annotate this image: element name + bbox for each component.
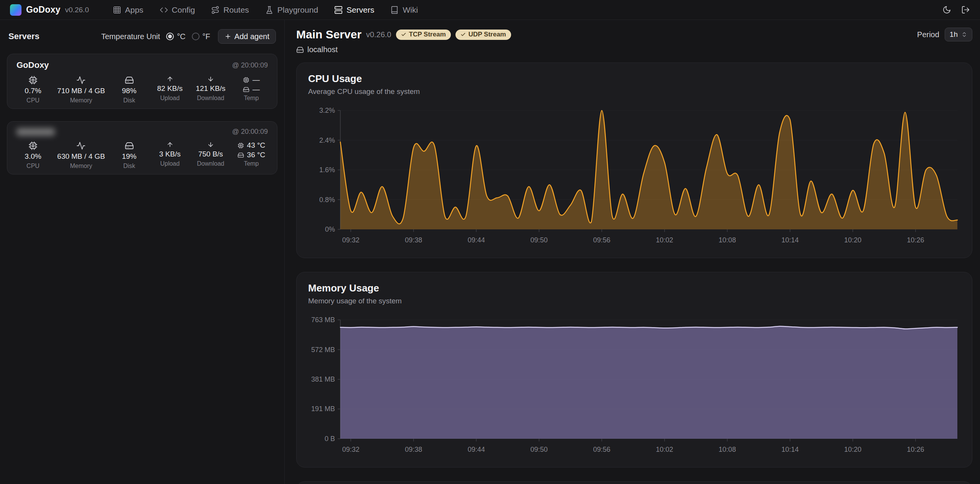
route-icon — [211, 6, 219, 14]
hard-drive-icon — [296, 46, 304, 54]
stat-value: 19% — [122, 152, 137, 161]
brand-link[interactable]: GoDoxy v0.26.0 — [10, 4, 89, 16]
add-agent-button[interactable]: Add agent — [218, 29, 276, 44]
flask-icon — [265, 6, 274, 14]
server-version: v0.26.0 — [366, 30, 391, 39]
server-stats: 0.7% CPU 710 MB / 4 GB Memory 98% Disk — [16, 76, 268, 104]
stat-value: 98% — [122, 87, 137, 95]
server-name: GoDoxy — [16, 60, 49, 70]
nav-item-wiki[interactable]: Wiki — [390, 5, 418, 15]
server-card-blurred[interactable]: @ 20:00:09 3.0% CPU 630 MB / 4 GB Memory — [7, 121, 277, 175]
logout-button[interactable] — [961, 5, 970, 14]
activity-icon — [76, 141, 86, 150]
radio-celsius[interactable]: °C — [166, 32, 185, 41]
svg-text:09:56: 09:56 — [593, 446, 610, 453]
theme-toggle-button[interactable] — [942, 5, 951, 14]
stat-value: 710 MB / 4 GB — [57, 87, 105, 95]
stat-label: Disk — [123, 163, 135, 170]
stat-value: 3.0% — [25, 152, 41, 161]
svg-text:3.2%: 3.2% — [319, 107, 335, 114]
radio-celsius-label: °C — [177, 32, 185, 41]
stat-temp: 43 °C 36 °C Temp — [235, 141, 268, 170]
sidebar-header: Servers Temperature Unit °C °F Add agent — [8, 29, 276, 44]
server-timestamp: @ 20:00:09 — [232, 61, 268, 69]
nav-item-playground[interactable]: Playground — [265, 5, 318, 15]
svg-text:09:44: 09:44 — [468, 446, 485, 453]
stat-label: Upload — [160, 95, 180, 102]
period-select[interactable]: 1h — [945, 28, 972, 41]
memory-usage-chart: 0 B191 MB381 MB572 MB763 MB09:3209:3809:… — [308, 314, 960, 457]
sidebar-title: Servers — [8, 31, 40, 41]
stat-value: 750 B/s — [198, 150, 223, 158]
partial-card — [296, 481, 972, 484]
svg-text:191 MB: 191 MB — [311, 405, 335, 413]
svg-text:10:02: 10:02 — [656, 236, 673, 244]
stat-upload: 3 KB/s Upload — [153, 141, 186, 170]
stat-disk: 19% Disk — [113, 141, 146, 170]
hard-drive-icon — [125, 141, 134, 150]
stat-label: Download — [197, 160, 224, 167]
moon-icon — [942, 5, 951, 14]
stat-cpu: 0.7% CPU — [16, 76, 49, 104]
check-icon — [401, 32, 406, 37]
chevrons-up-down-icon — [961, 31, 967, 38]
stat-upload: 82 KB/s Upload — [153, 76, 186, 104]
nav-item-apps[interactable]: Apps — [113, 5, 144, 15]
temp-cpu-value: — — [252, 76, 260, 84]
nav-item-label: Wiki — [403, 5, 418, 15]
stat-label: Memory — [70, 163, 92, 170]
svg-text:0%: 0% — [325, 226, 335, 233]
svg-text:10:14: 10:14 — [781, 446, 799, 453]
logout-icon — [961, 5, 970, 14]
stat-temp: — — Temp — [235, 76, 268, 104]
radio-fahrenheit[interactable]: °F — [192, 32, 210, 41]
temperature-unit-group: Temperature Unit °C °F — [101, 32, 210, 41]
svg-text:381 MB: 381 MB — [311, 375, 335, 383]
brand-name: GoDoxy — [26, 5, 60, 15]
stat-label: Upload — [160, 160, 180, 167]
nav-item-label: Apps — [125, 5, 144, 15]
arrow-down-icon — [207, 76, 214, 82]
stat-label: CPU — [26, 97, 40, 104]
hard-drive-icon — [238, 152, 244, 158]
radio-fahrenheit-label: °F — [203, 32, 210, 41]
stat-value: 121 KB/s — [196, 84, 225, 93]
nav-item-config[interactable]: Config — [160, 5, 195, 15]
nav-item-servers[interactable]: Servers — [334, 5, 374, 15]
cpu-usage-chart: 0%0.8%1.6%2.4%3.2%09:3209:3809:4409:5009… — [308, 105, 960, 248]
svg-text:2.4%: 2.4% — [319, 137, 335, 144]
main-nav: Apps Config Routes Playground Servers Wi… — [113, 5, 418, 15]
svg-text:10:08: 10:08 — [719, 446, 736, 453]
nav-item-routes[interactable]: Routes — [211, 5, 249, 15]
stat-value: 3 KB/s — [159, 150, 181, 158]
nav-item-label: Servers — [346, 5, 374, 15]
svg-text:10:08: 10:08 — [719, 236, 736, 244]
cpu-usage-card: CPU Usage Average CPU usage of the syste… — [296, 63, 972, 258]
stat-download: 750 B/s Download — [194, 141, 227, 170]
stat-value: 82 KB/s — [157, 84, 183, 93]
temp-disk-value: — — [252, 85, 260, 94]
stat-memory: 630 MB / 4 GB Memory — [57, 141, 105, 170]
nav-item-label: Config — [172, 5, 195, 15]
svg-text:10:14: 10:14 — [781, 236, 799, 244]
svg-text:10:26: 10:26 — [907, 236, 924, 244]
chart-subtitle: Memory usage of the system — [308, 297, 960, 305]
svg-text:09:38: 09:38 — [405, 446, 422, 453]
page-title: Main Server — [296, 28, 361, 41]
brand-version: v0.26.0 — [65, 6, 89, 14]
memory-usage-card: Memory Usage Memory usage of the system … — [296, 272, 972, 468]
plus-icon — [224, 33, 231, 40]
nav-item-label: Playground — [277, 5, 318, 15]
arrow-up-icon — [167, 141, 173, 148]
hard-drive-icon — [243, 86, 249, 93]
grid-icon — [113, 6, 121, 14]
tcp-stream-badge: TCP Stream — [396, 30, 451, 40]
navbar-actions — [942, 5, 970, 14]
stat-label: Memory — [70, 97, 92, 104]
badge-label: UDP Stream — [469, 31, 506, 38]
host-name: localhost — [307, 45, 338, 54]
svg-text:572 MB: 572 MB — [311, 346, 335, 354]
servers-sidebar: Servers Temperature Unit °C °F Add agent — [0, 20, 285, 484]
server-card-godoxy[interactable]: GoDoxy @ 20:00:09 0.7% CPU 710 MB / 4 GB… — [7, 54, 277, 109]
radio-fahrenheit-circle — [192, 33, 200, 40]
